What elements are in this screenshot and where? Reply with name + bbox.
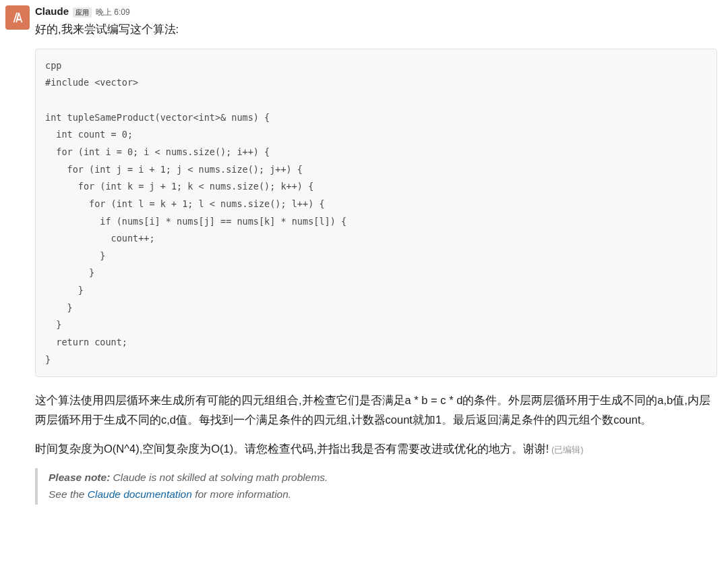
app-badge: 应用 <box>73 7 92 18</box>
explanation-paragraph-2: 时间复杂度为O(N^4),空间复杂度为O(1)。请您检查代码,并指出我是否有需要… <box>35 439 717 459</box>
note-line-2: See the Claude documentation for more in… <box>49 486 717 503</box>
note-line2-prefix: See the <box>49 488 88 500</box>
code-content: cpp #include <vector> int tupleSameProdu… <box>45 57 707 369</box>
anthropic-logo-icon <box>10 10 25 25</box>
edited-label: (已编辑) <box>549 445 583 455</box>
avatar[interactable] <box>5 5 30 30</box>
message-body: Claude 应用 晚上 6:09 好的,我来尝试编写这个算法: <box>35 5 717 46</box>
note-bold: Please note: <box>49 472 110 483</box>
documentation-link[interactable]: Claude documentation <box>88 488 192 500</box>
explanation-text: 时间复杂度为O(N^4),空间复杂度为O(1)。请您检查代码,并指出我是否有需要… <box>35 443 549 455</box>
note-block: Please note: Claude is not skilled at so… <box>35 468 717 505</box>
note-line2-suffix: for more information. <box>192 488 291 500</box>
note-line1-rest: Claude is not skilled at solving math pr… <box>110 472 328 483</box>
code-block[interactable]: cpp #include <vector> int tupleSameProdu… <box>35 49 717 378</box>
note-line-1: Please note: Claude is not skilled at so… <box>49 470 717 486</box>
explanation-paragraph-1: 这个算法使用四层循环来生成所有可能的四元组组合,并检查它们是否满足a * b =… <box>35 391 717 430</box>
message-row: Claude 应用 晚上 6:09 好的,我来尝试编写这个算法: <box>0 0 728 49</box>
message-content: cpp #include <vector> int tupleSameProdu… <box>0 49 728 518</box>
message-header: Claude 应用 晚上 6:09 <box>35 5 717 18</box>
sender-name[interactable]: Claude <box>35 5 69 17</box>
message-intro-text: 好的,我来尝试编写这个算法: <box>35 21 717 38</box>
timestamp[interactable]: 晚上 6:09 <box>96 7 130 18</box>
